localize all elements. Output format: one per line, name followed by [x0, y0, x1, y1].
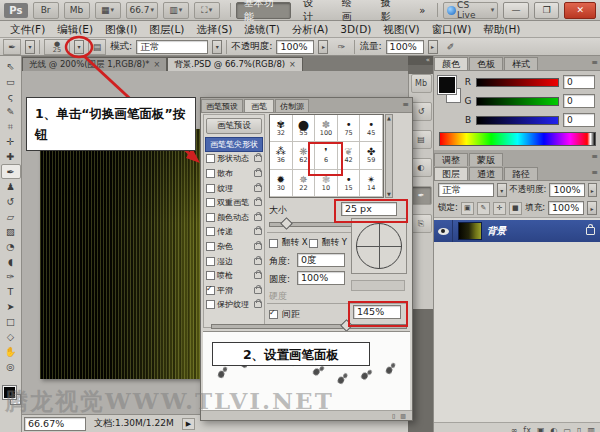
- angle-roundness-control[interactable]: [351, 218, 407, 274]
- green-slider[interactable]: [476, 97, 559, 106]
- close-tab-icon[interactable]: ×: [154, 60, 161, 69]
- flip-x-checkbox[interactable]: 翻转 X: [269, 237, 308, 249]
- brush-tip-30[interactable]: ✹30: [270, 170, 293, 197]
- brush-tip-75[interactable]: •75: [338, 115, 361, 142]
- bridge-button[interactable]: Br: [33, 2, 59, 19]
- menu-help[interactable]: 帮助(H): [477, 21, 526, 38]
- delete-layer-icon[interactable]: ▥: [587, 426, 595, 432]
- panel-menu-icon[interactable]: ≡: [591, 152, 598, 161]
- menu-layer[interactable]: 图层(L): [143, 21, 190, 38]
- healing-brush-tool[interactable]: ✚: [1, 149, 21, 164]
- scattering-item[interactable]: 散布: [204, 166, 264, 181]
- arrange-documents-button[interactable]: ▥▾: [163, 2, 189, 19]
- brush-tip-45[interactable]: •45: [360, 115, 383, 142]
- flip-y-checkbox[interactable]: 翻转 Y: [309, 237, 347, 249]
- smoothing-item[interactable]: 平滑: [204, 283, 264, 298]
- menu-filter[interactable]: 滤镜(T): [238, 21, 286, 38]
- lock-icon[interactable]: [254, 258, 262, 265]
- tool-preset-picker[interactable]: ✒: [3, 39, 21, 55]
- noise-item[interactable]: 杂色: [204, 239, 264, 254]
- tab-color[interactable]: 颜色: [434, 57, 468, 70]
- brush-grid-scrollbar[interactable]: ▲ ▼: [385, 114, 393, 198]
- checkbox[interactable]: [206, 213, 215, 222]
- workspace-photography-button[interactable]: 摄影: [373, 3, 407, 18]
- adjustment-layer-icon[interactable]: ◐: [550, 426, 557, 432]
- menu-view[interactable]: 视图(V): [377, 21, 425, 38]
- delete-brush-icon[interactable]: ▥: [400, 412, 406, 419]
- status-options-arrow[interactable]: ▶: [182, 418, 195, 430]
- menu-select[interactable]: 选择(S): [190, 21, 238, 38]
- airbrush-item[interactable]: 喷枪: [204, 268, 264, 283]
- document-tab[interactable]: 背景.PSD @ 66.7%(RGB/8) ×: [167, 57, 303, 71]
- lock-icon[interactable]: [254, 199, 262, 206]
- status-zoom-field[interactable]: 66.67%: [24, 417, 86, 431]
- texture-item[interactable]: 纹理: [204, 181, 264, 196]
- color-spectrum-ramp[interactable]: [439, 132, 596, 146]
- cs-live-button[interactable]: CS Live▾: [443, 2, 498, 19]
- 3d-rotate-tool[interactable]: ◇: [1, 329, 21, 344]
- blend-mode-select[interactable]: 正常: [438, 183, 494, 197]
- panel-menu-icon[interactable]: ≡: [591, 168, 598, 177]
- link-layers-icon[interactable]: ∞: [511, 426, 518, 432]
- move-tool[interactable]: ⇖: [1, 59, 21, 74]
- tool-preset-dropdown[interactable]: ▾: [25, 40, 35, 54]
- brush-tip-36[interactable]: ⁂36: [270, 142, 293, 169]
- red-value-field[interactable]: 0: [563, 75, 595, 89]
- menu-edit[interactable]: 编辑(E): [51, 21, 99, 38]
- clone-source-panel-icon[interactable]: ⎘: [411, 214, 432, 233]
- path-selection-tool[interactable]: ➤: [1, 299, 21, 314]
- mini-bridge-button[interactable]: Mb: [64, 2, 90, 19]
- eraser-tool[interactable]: ▱: [1, 209, 21, 224]
- workspace-painting-button[interactable]: 绘画: [335, 3, 369, 18]
- layer-style-icon[interactable]: fx: [523, 426, 531, 432]
- mini-bridge-panel-icon[interactable]: Mb: [411, 74, 432, 93]
- hand-tool[interactable]: ✋: [1, 344, 21, 359]
- spacing-checkbox[interactable]: 间距: [269, 308, 300, 321]
- brush-tip-100[interactable]: ✽100: [315, 115, 338, 142]
- blend-mode-dropdown[interactable]: ▾: [497, 183, 506, 197]
- airbrush-icon[interactable]: ✐: [442, 39, 460, 55]
- brush-preset-picker[interactable]: ● 25: [44, 39, 70, 55]
- tab-adjustments[interactable]: 调整: [434, 153, 468, 166]
- checkbox-checked[interactable]: [206, 286, 215, 295]
- screen-mode-button[interactable]: ⛶▾: [194, 2, 220, 19]
- lock-icon[interactable]: [254, 214, 262, 221]
- new-brush-icon[interactable]: ▯: [392, 412, 395, 419]
- history-panel-icon[interactable]: ↺: [411, 102, 432, 121]
- lock-icon[interactable]: [254, 228, 262, 235]
- foreground-color-box[interactable]: [438, 76, 456, 94]
- menu-window[interactable]: 窗口(W): [426, 21, 478, 38]
- lock-transparency-icon[interactable]: ▣: [461, 202, 474, 215]
- checkbox[interactable]: [206, 242, 215, 251]
- brush-tip-32[interactable]: ✾32: [270, 115, 293, 142]
- panel-menu-icon[interactable]: ≡: [591, 58, 598, 67]
- adjustments-panel-icon[interactable]: ◐: [411, 158, 432, 177]
- mode-dropdown[interactable]: ▾: [212, 40, 222, 54]
- tab-clone-source[interactable]: 仿制源: [275, 99, 309, 112]
- zoom-level-control[interactable]: 66.7▾: [126, 2, 158, 19]
- brush-tip-55[interactable]: ●55: [293, 115, 316, 142]
- menu-analysis[interactable]: 分析(A): [286, 21, 334, 38]
- checkbox[interactable]: [206, 169, 215, 178]
- dodge-tool[interactable]: ◖: [1, 254, 21, 269]
- toggle-brush-panel-button[interactable]: ▤: [88, 39, 106, 55]
- type-tool[interactable]: T: [1, 284, 21, 299]
- lock-pixels-icon[interactable]: ✎: [477, 202, 490, 215]
- tab-masks[interactable]: 蒙版: [469, 153, 503, 166]
- restore-button[interactable]: ❐: [534, 2, 560, 19]
- layer-row-background[interactable]: 背景: [434, 220, 600, 242]
- green-value-field[interactable]: 0: [563, 94, 595, 108]
- transfer-item[interactable]: 传递: [204, 225, 264, 240]
- lock-all-icon[interactable]: ■: [509, 202, 522, 215]
- lock-icon[interactable]: [254, 301, 262, 308]
- checkbox[interactable]: [206, 198, 215, 207]
- brush-preset-dropdown[interactable]: ▾: [74, 40, 84, 54]
- layer-mask-icon[interactable]: ▣: [537, 426, 545, 432]
- flow-spinner[interactable]: ▸: [428, 40, 438, 54]
- tab-brush-presets[interactable]: 画笔预设: [201, 99, 243, 112]
- checkbox[interactable]: [206, 300, 215, 309]
- blur-tool[interactable]: ◔: [1, 239, 21, 254]
- fill-spinner[interactable]: ▸: [587, 201, 597, 215]
- blue-value-field[interactable]: 0: [563, 113, 595, 127]
- color-dynamics-item[interactable]: 颜色动态: [204, 210, 264, 225]
